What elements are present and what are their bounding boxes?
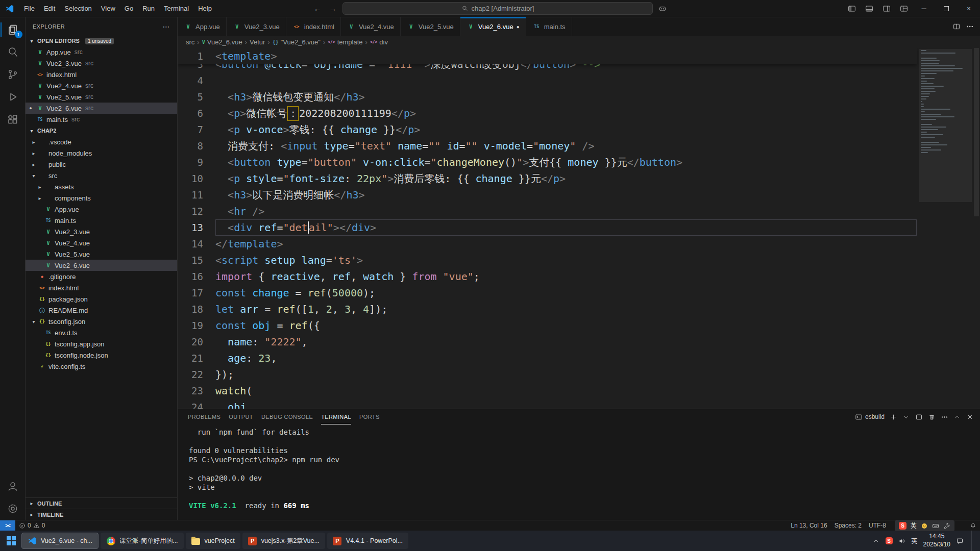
taskbar-clock[interactable]: 14:45 2025/3/10 [923, 533, 950, 548]
menu-selection[interactable]: Selection [60, 3, 96, 14]
open-editor-App.vue[interactable]: V App.vue src [26, 46, 177, 58]
tree-item-main.ts[interactable]: TS main.ts [26, 215, 177, 226]
tree-item-README.md[interactable]: i README.md [26, 305, 177, 316]
show-desktop-strip[interactable] [971, 531, 973, 551]
toggle-panel-icon[interactable] [861, 0, 878, 17]
code-line-20[interactable]: 20 name: "2222", [178, 334, 917, 350]
explorer-more-actions-icon[interactable]: ⋯ [163, 22, 170, 31]
code-line-17[interactable]: 17 const change = ref(50000); [178, 285, 917, 301]
panel-tab-ports[interactable]: PORTS [359, 409, 380, 424]
taskbar-ime-indicator[interactable]: 英 [912, 537, 918, 545]
sticky-scroll-line[interactable]: 1 <template> [178, 48, 917, 64]
project-section-header[interactable]: ▾ CHAP2 [26, 125, 177, 136]
breadcrumb-item[interactable]: {} "Vue2_6.vue" [273, 38, 321, 46]
open-editor-main.ts[interactable]: TS main.ts src [26, 114, 177, 125]
sogou-logo-icon[interactable]: S [899, 522, 906, 530]
maximize-panel-icon[interactable] [953, 413, 961, 421]
editor-more-actions-icon[interactable] [966, 22, 974, 31]
code-line-22[interactable]: 22 }); [178, 366, 917, 383]
tree-item-tsconfig.app.json[interactable]: {} tsconfig.app.json [26, 338, 177, 349]
outline-section-header[interactable]: ▸ OUTLINE [26, 497, 177, 509]
customize-layout-icon[interactable] [895, 0, 913, 17]
kill-terminal-icon[interactable] [928, 413, 936, 421]
code-line-13[interactable]: 13 <div ref="detail"></div> [178, 219, 917, 236]
ime-mode-indicator[interactable]: 英 [911, 521, 917, 530]
terminal-instance-item[interactable]: esbuild [855, 413, 885, 421]
menu-help[interactable]: Help [193, 3, 216, 14]
tree-item-env.d.ts[interactable]: TS env.d.ts [26, 327, 177, 338]
breadcrumb-item[interactable]: V Vue2_6.vue [202, 38, 242, 46]
open-editors-section-header[interactable]: ▾ OPEN EDITORS 1 unsaved [26, 35, 177, 46]
tab-Vue2_5.vue[interactable]: V Vue2_5.vue [401, 17, 460, 36]
menu-run[interactable]: Run [138, 3, 159, 14]
split-editor-icon[interactable] [952, 22, 961, 31]
toggle-sidebar-icon[interactable] [843, 0, 861, 17]
tab-main.ts[interactable]: TS main.ts [526, 17, 572, 36]
notification-center-icon[interactable] [956, 537, 964, 545]
terminal-output[interactable]: run `npm fund` for details found 0 vulne… [178, 424, 980, 520]
menu-file[interactable]: File [19, 3, 39, 14]
hidden-icons-chevron-icon[interactable] [872, 537, 880, 545]
activity-account-icon[interactable] [1, 475, 25, 497]
code-line-23[interactable]: 23 watch( [178, 383, 917, 399]
tree-item-.gitignore[interactable]: ◆ .gitignore [26, 271, 177, 282]
tree-item-Vue2_4.vue[interactable]: V Vue2_4.vue [26, 237, 177, 248]
code-line-11[interactable]: 11 <h3>以下是消费明细帐</h3> [178, 187, 917, 203]
code-line-5[interactable]: 5 <h3>微信钱包变更通知</h3> [178, 89, 917, 105]
tree-item-index.html[interactable]: <> index.html [26, 282, 177, 293]
taskbar-item-ppt[interactable]: P vuejs3.x-第2章Vue... [242, 533, 325, 549]
code-editor[interactable]: 3 <button @click="obj.name = '1111'">深度w… [178, 48, 980, 409]
code-line-10[interactable]: 10 <p style="font-size: 22px">消费后零钱: {{ … [178, 170, 917, 187]
indentation-status[interactable]: Spaces: 2 [831, 520, 865, 531]
tree-item-package.json[interactable]: {} package.json [26, 293, 177, 305]
activity-settings-icon[interactable] [1, 497, 25, 520]
code-line-9[interactable]: 9 <button type="button" v-on:click="chan… [178, 154, 917, 170]
breadcrumb-item[interactable]: Vetur [250, 38, 265, 46]
code-line-6[interactable]: 6 <p>微信帐号：202208200111199</p> [178, 105, 917, 121]
code-line-12[interactable]: 12 <hr /> [178, 203, 917, 219]
breadcrumb-item[interactable]: </> div [370, 38, 388, 46]
tree-item-tsconfig.node.json[interactable]: {} tsconfig.node.json [26, 349, 177, 361]
tree-item-vite.config.ts[interactable]: ⚡ vite.config.ts [26, 361, 177, 372]
breadcrumb-item[interactable]: src [186, 38, 194, 46]
tree-item-App.vue[interactable]: V App.vue [26, 204, 177, 215]
open-editor-Vue2_3.vue[interactable]: V Vue2_3.vue src [26, 58, 177, 69]
panel-tab-debug-console[interactable]: DEBUG CONSOLE [261, 409, 313, 424]
tree-item-public[interactable]: ▸ public [26, 159, 177, 170]
taskbar-item-ppt[interactable]: P V4.4.1 - PowerPoi... [327, 533, 408, 549]
open-editor-index.html[interactable]: <> index.html [26, 69, 177, 80]
timeline-section-header[interactable]: ▸ TIMELINE [26, 509, 177, 520]
close-panel-icon[interactable] [966, 413, 974, 421]
cursor-position-status[interactable]: Ln 13, Col 16 [787, 520, 830, 531]
code-line-18[interactable]: 18 let arr = ref([1, 2, 3, 4]); [178, 301, 917, 317]
tree-item-Vue2_6.vue[interactable]: V Vue2_6.vue [26, 260, 177, 271]
code-line-19[interactable]: 19 const obj = ref({ [178, 317, 917, 334]
tree-item-tsconfig.json[interactable]: ▾ {} tsconfig.json [26, 316, 177, 327]
code-line-4[interactable]: 4 [178, 72, 917, 89]
tree-item-assets[interactable]: ▸ assets [26, 181, 177, 192]
code-line-8[interactable]: 8 消费支付: <input type="text" name="" id=""… [178, 138, 917, 154]
menu-terminal[interactable]: Terminal [159, 3, 193, 14]
tab-App.vue[interactable]: V App.vue [178, 17, 227, 36]
maximize-button[interactable] [935, 0, 958, 17]
activity-extensions-icon[interactable] [1, 108, 25, 131]
tree-item-node_modules[interactable]: ▸ node_modules [26, 147, 177, 159]
activity-search-icon[interactable] [1, 41, 25, 63]
nav-back-icon[interactable]: ← [312, 4, 323, 13]
notifications-bell-icon[interactable] [966, 520, 980, 531]
toggle-secondary-sidebar-icon[interactable] [878, 0, 895, 17]
split-terminal-icon[interactable] [915, 413, 923, 421]
panel-tab-terminal[interactable]: TERMINAL [321, 409, 351, 424]
nav-forward-icon[interactable]: → [327, 4, 338, 13]
emoji-icon[interactable] [921, 522, 928, 530]
code-line-7[interactable]: 7 <p v-once>零钱: {{ change }}</p> [178, 121, 917, 138]
panel-tab-problems[interactable]: PROBLEMS [188, 409, 220, 424]
taskbar-item-chrome[interactable]: 课堂派-简单好用的... [101, 533, 184, 549]
terminal-dropdown-icon[interactable] [902, 413, 910, 421]
sogou-input-bar[interactable]: S 英 [895, 520, 954, 531]
command-center-search[interactable]: chap2 [Administrator] [342, 2, 653, 15]
tree-item-Vue2_3.vue[interactable]: V Vue2_3.vue [26, 226, 177, 237]
sogou-tray-icon[interactable]: S [886, 537, 893, 544]
minimap[interactable] [919, 48, 972, 409]
new-terminal-icon[interactable] [890, 413, 897, 421]
